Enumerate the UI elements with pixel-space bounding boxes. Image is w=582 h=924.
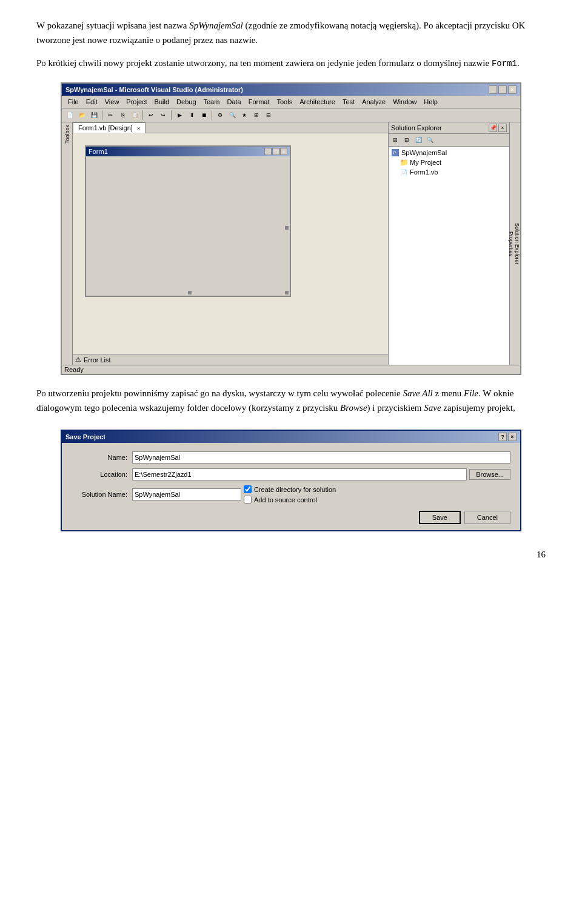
se-tb-2[interactable]: ⊟ (401, 135, 412, 145)
vs-statusbar: Ready (62, 365, 520, 374)
tb-more5[interactable]: ⊟ (263, 110, 274, 121)
menu-build[interactable]: Build (151, 97, 173, 107)
vs-tab-close[interactable]: × (137, 125, 140, 131)
svg-text:P: P (393, 150, 396, 156)
tb-more1[interactable]: ⚙ (215, 110, 226, 121)
save-dialog: Save Project ? × Name: Location: Browse.… (61, 430, 521, 531)
vs-window: SpWynajemSal - Microsoft Visual Studio (… (61, 82, 521, 375)
vs-form-body (86, 156, 290, 296)
p2-code: Form1 (492, 59, 517, 68)
se-file-icon: 📄 (400, 168, 408, 176)
save-name-input[interactable] (132, 451, 510, 464)
se-content: P SpWynajemSal 📁 My Project 📄 Form1.vb (389, 147, 509, 365)
se-item-myproject[interactable]: 📁 My Project (390, 158, 508, 167)
menu-analyze[interactable]: Analyze (358, 97, 389, 107)
vs-title: SpWynajemSal - Microsoft Visual Studio (… (65, 86, 243, 93)
tb-copy[interactable]: ⎘ (117, 110, 128, 121)
vs-close-btn[interactable]: × (508, 85, 517, 94)
save-help-btn[interactable]: ? (498, 433, 507, 441)
menu-project[interactable]: Project (122, 97, 150, 107)
tb-cut[interactable]: ✂ (105, 110, 116, 121)
vs-minimize-btn[interactable]: _ (489, 85, 497, 94)
p2-end: . (517, 58, 520, 68)
p3-mid: z menu (433, 388, 464, 398)
se-item-project[interactable]: P SpWynajemSal (390, 148, 508, 158)
save-solution-label: Solution Name: (72, 491, 132, 498)
p2-start: Po krótkiej chwili nowy projekt zostanie… (36, 58, 492, 68)
form-resize-e[interactable] (285, 226, 289, 230)
tb-pause[interactable]: ⏸ (186, 110, 197, 121)
p3-italic1: Save All (403, 388, 432, 398)
save-dialog-title: Save Project (65, 433, 105, 440)
form-maximize-btn[interactable]: □ (272, 148, 279, 155)
menu-format[interactable]: Format (245, 97, 273, 107)
vs-menubar: File Edit View Project Build Debug Team … (62, 96, 520, 108)
se-pin-btn[interactable]: 📌 (489, 124, 497, 132)
save-location-label: Location: (72, 471, 132, 478)
save-dialog-titlebar: Save Project ? × (62, 431, 520, 443)
se-project-label: SpWynajemSal (401, 149, 447, 156)
p3-end3: zapisujemy projekt, (441, 403, 515, 413)
tb-stop[interactable]: ⏹ (198, 110, 209, 121)
menu-help[interactable]: Help (420, 97, 441, 107)
cancel-btn[interactable]: Cancel (464, 511, 510, 524)
vs-editor-content: Form1.vb [Design] × Form1 _ □ × (73, 122, 388, 365)
menu-team[interactable]: Team (200, 97, 224, 107)
tb-undo[interactable]: ↩ (146, 110, 156, 121)
tb-open[interactable]: 📂 (76, 110, 87, 121)
vs-sidebar-left[interactable]: Toolbox (62, 122, 73, 365)
vs-tab-bar: Form1.vb [Design] × (73, 122, 388, 133)
form-close-btn[interactable]: × (280, 148, 287, 155)
sidebar-properties-label[interactable]: Properties (508, 229, 514, 259)
save-solution-input[interactable] (132, 488, 241, 500)
form-resize-se[interactable] (285, 291, 289, 294)
menu-window[interactable]: Window (389, 97, 420, 107)
menu-view[interactable]: View (101, 97, 123, 107)
vs-titlebar: SpWynajemSal - Microsoft Visual Studio (… (62, 84, 520, 96)
menu-architecture[interactable]: Architecture (296, 97, 339, 107)
tb-new[interactable]: 📄 (64, 110, 75, 121)
se-folder-icon: 📁 (400, 158, 408, 167)
save-browse-btn[interactable]: Browse... (469, 469, 510, 480)
sidebar-solution-explorer-label[interactable]: Solution Explorer (514, 221, 520, 267)
menu-edit[interactable]: Edit (82, 97, 101, 107)
form-resize-s[interactable] (188, 291, 192, 294)
se-tb-4[interactable]: 🔍 (424, 135, 435, 145)
tb-save[interactable]: 💾 (89, 110, 99, 121)
menu-debug[interactable]: Debug (173, 97, 199, 107)
vs-main: Toolbox Form1.vb [Design] × Form1 _ □ (62, 122, 520, 365)
p3-italic3: Browse (340, 403, 367, 413)
se-tb-3[interactable]: 🔄 (413, 135, 424, 145)
se-item-form1vb[interactable]: 📄 Form1.vb (390, 167, 508, 177)
paragraph-3: Po utworzeniu projektu powinniśmy zapisa… (36, 386, 546, 415)
se-tb-1[interactable]: ⊞ (390, 135, 401, 145)
create-dir-checkbox[interactable] (244, 485, 252, 493)
tb-more4[interactable]: ⊞ (251, 110, 262, 121)
menu-file[interactable]: File (64, 97, 82, 107)
save-name-row: Name: (72, 451, 510, 464)
vs-maximize-btn[interactable]: □ (498, 85, 507, 94)
vs-tab-form1[interactable]: Form1.vb [Design] × (73, 122, 146, 133)
p3-end2: ) i przyciskiem (367, 403, 424, 413)
tb-redo[interactable]: ↪ (158, 110, 169, 121)
se-form1vb-label: Form1.vb (410, 168, 438, 176)
se-close-btn[interactable]: × (498, 124, 507, 132)
save-location-input[interactable] (132, 468, 467, 480)
menu-data[interactable]: Data (223, 97, 244, 107)
paragraph-2: Po krótkiej chwili nowy projekt zostanie… (36, 56, 546, 70)
form-minimize-btn[interactable]: _ (264, 148, 272, 155)
menu-tools[interactable]: Tools (273, 97, 296, 107)
save-close-btn[interactable]: × (508, 433, 517, 441)
tb-more2[interactable]: 🔍 (227, 110, 238, 121)
se-toolbar: ⊞ ⊟ 🔄 🔍 (389, 134, 509, 147)
tb-more3[interactable]: ★ (239, 110, 250, 121)
add-source-control-checkbox[interactable] (244, 496, 252, 504)
se-titlebar: Solution Explorer 📌 × (389, 122, 509, 134)
menu-test[interactable]: Test (339, 97, 358, 107)
vs-sidebar-right[interactable]: Solution Explorer Properties (509, 122, 520, 365)
tb-run[interactable]: ▶ (174, 110, 185, 121)
save-btn[interactable]: Save (419, 511, 461, 524)
se-title: Solution Explorer (391, 124, 442, 131)
paragraph-1: W pokazanej sytuacji wpisana jest nazwa … (36, 18, 546, 47)
tb-paste[interactable]: 📋 (129, 110, 140, 121)
